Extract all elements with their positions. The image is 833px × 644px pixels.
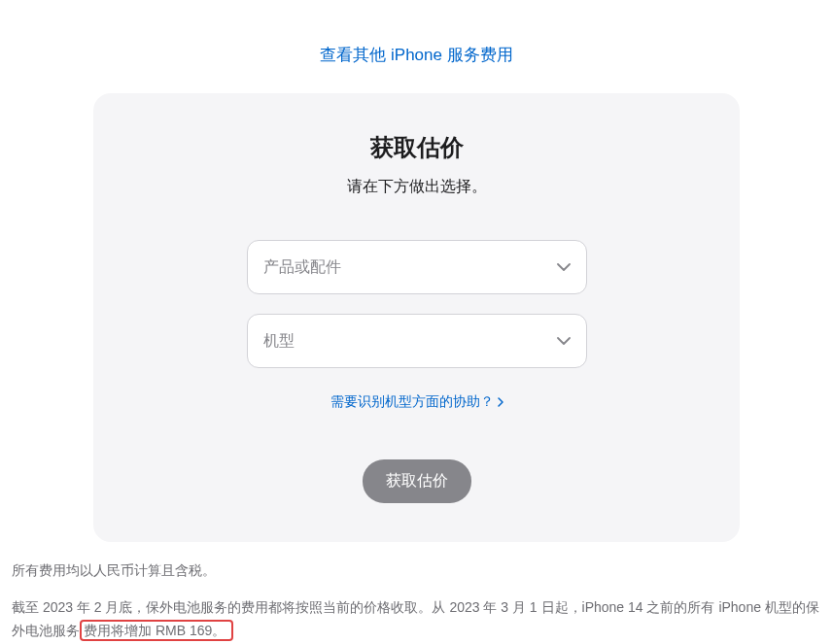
- chevron-down-icon: [557, 263, 571, 271]
- chevron-right-icon: [498, 394, 503, 410]
- product-select-wrapper: 产品或配件: [247, 240, 587, 294]
- view-other-services-link[interactable]: 查看其他 iPhone 服务费用: [320, 46, 512, 64]
- card-title: 获取估价: [132, 132, 701, 163]
- product-select-placeholder: 产品或配件: [263, 257, 341, 278]
- footer-price-highlight: 费用将增加 RMB 169。: [80, 620, 233, 641]
- footer-line-2: 截至 2023 年 2 月底，保外电池服务的费用都将按照当前的价格收取。从 20…: [12, 596, 821, 643]
- model-select-wrapper: 机型: [247, 314, 587, 368]
- submit-wrapper: 获取估价: [132, 459, 701, 503]
- quote-card: 获取估价 请在下方做出选择。 产品或配件 机型 需要识别机型方面的协助？: [93, 93, 740, 542]
- identify-model-help-link[interactable]: 需要识别机型方面的协助？: [330, 393, 503, 411]
- identify-model-help-label: 需要识别机型方面的协助？: [330, 393, 494, 411]
- model-select[interactable]: 机型: [247, 314, 587, 368]
- top-link-wrapper: 查看其他 iPhone 服务费用: [0, 0, 833, 93]
- card-subtitle: 请在下方做出选择。: [132, 177, 701, 197]
- footer-line-1: 所有费用均以人民币计算且含税。: [12, 559, 821, 583]
- get-quote-button[interactable]: 获取估价: [363, 459, 471, 503]
- product-select[interactable]: 产品或配件: [247, 240, 587, 294]
- page-container: 查看其他 iPhone 服务费用 获取估价 请在下方做出选择。 产品或配件 机型…: [0, 0, 833, 642]
- footer-text: 所有费用均以人民币计算且含税。 截至 2023 年 2 月底，保外电池服务的费用…: [0, 542, 833, 642]
- model-select-placeholder: 机型: [263, 331, 295, 352]
- chevron-down-icon: [557, 337, 571, 345]
